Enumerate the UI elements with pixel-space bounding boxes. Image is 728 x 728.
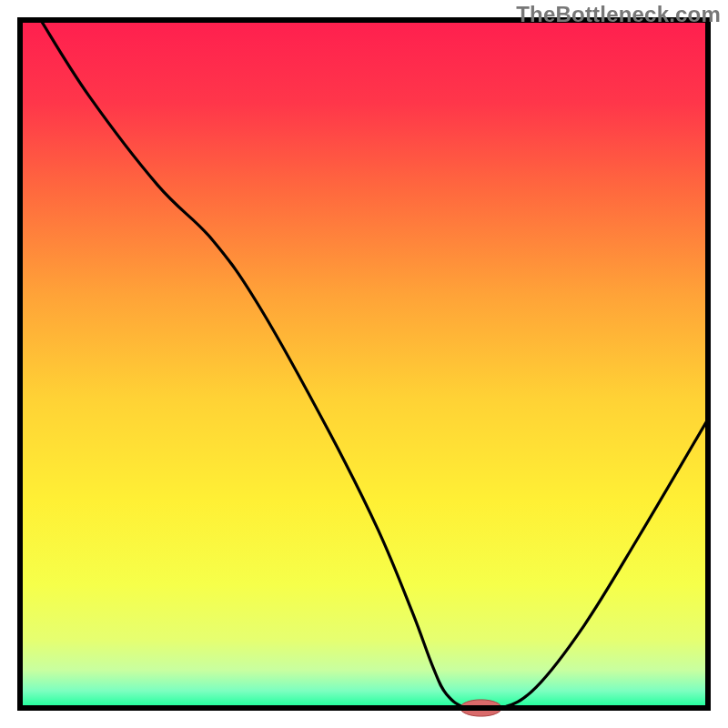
chart-canvas: TheBottleneck.com (0, 0, 728, 728)
watermark-text: TheBottleneck.com (516, 2, 721, 27)
chart-svg (0, 0, 728, 728)
plot-background (20, 20, 708, 708)
